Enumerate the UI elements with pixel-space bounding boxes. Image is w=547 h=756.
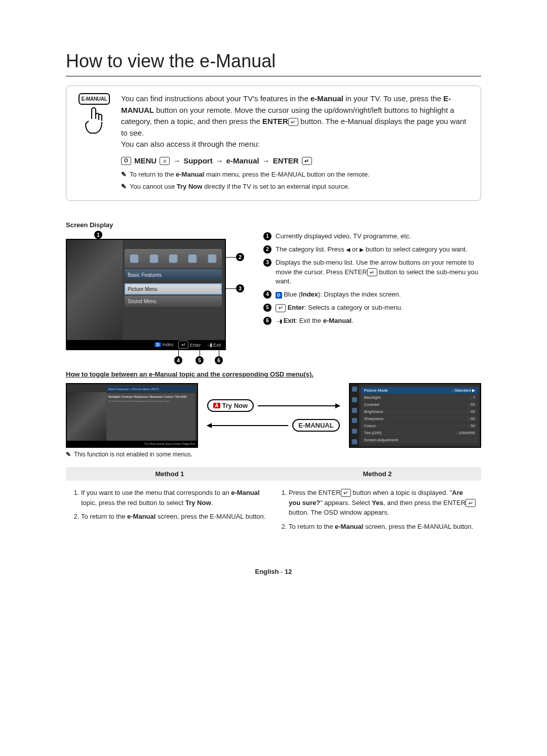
note-icon: ✎ [121,170,127,180]
enter-icon [276,304,286,312]
method1-step: To return to the e-Manual screen, press … [81,512,268,522]
osd-sidebar [350,384,359,447]
remote-icon: E-MANUAL [76,93,112,191]
methods-table: Method 1 If you want to use the menu tha… [66,467,481,537]
method2-step: Press the ENTER button when a topic is d… [289,488,476,518]
exit-icon [276,317,282,324]
callout-2: 2 [236,253,244,261]
enter-icon [465,499,476,507]
method2-step: To return to the e-Manual screen, press … [289,522,476,532]
method2-header: Method 2 [274,467,481,482]
emanual-button-label: E-MANUAL [79,93,110,105]
callout-4: 4 [174,356,182,364]
method1-header: Method 1 [66,467,274,482]
bottom-bar: D Index Enter Exit [67,340,225,349]
screen-display-label: Screen Display [66,221,481,229]
enter-icon [341,489,351,497]
osd-screenshot: Picture Mode: Standard ▶ Backlight: 7 Co… [349,383,481,448]
submenu-item: Sound Menu [125,296,222,307]
enter-icon [367,268,377,276]
category-row [125,249,222,268]
hand-icon [82,107,107,135]
note-1: ✎ To return to the e-Manual main menu, p… [121,170,471,180]
intro-text: You can find instructions about your TV'… [121,93,471,191]
trynow-pill: ATry Now [207,399,254,412]
callout-1: 1 [94,231,102,239]
note-icon: ✎ [66,451,71,458]
callout-3: 3 [236,284,244,292]
method1-step: If you want to use the menu that corresp… [81,488,268,508]
emanual-screenshot: Basic Features > Picture Menu (3/17) Bac… [66,383,198,448]
menu-path: O MENU → Support → e-Manual → ENTER [121,155,471,167]
note-icon: ✎ [121,182,127,192]
enter-icon [288,118,298,126]
note-2: ✎ You cannot use Try Now directly if the… [121,182,471,192]
submenu-selected: Picture Menu [125,283,222,295]
legend-list: 1Currently displayed video, TV programme… [263,232,481,350]
intro-box: E-MANUAL You can find instructions about… [66,86,481,201]
toggle-note: ✎ This function is not enabled in some m… [66,451,481,458]
emanual-pill: E-MANUAL [292,419,339,432]
page-footer: English - 12 [66,568,481,575]
callout-6: 6 [215,356,223,364]
callout-5: 5 [196,356,204,364]
menu-icon [160,157,170,165]
category-label: Basic Features [125,269,222,280]
enter-icon [302,157,312,165]
tv-screenshot: Basic Features Picture Menu Sound Menu D… [66,239,226,350]
osd-icon: O [121,157,131,165]
page-title: How to view the e-Manual [66,51,481,76]
toggle-heading: How to toggle between an e-Manual topic … [66,370,481,378]
